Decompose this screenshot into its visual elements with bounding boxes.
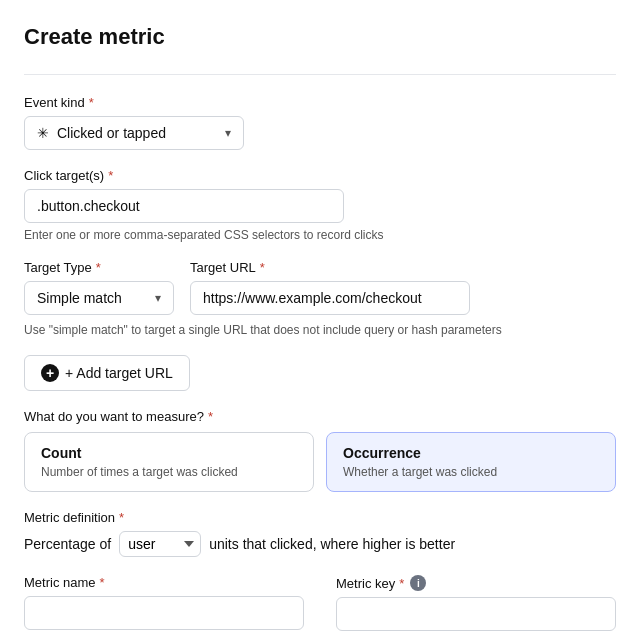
event-kind-label: Event kind *	[24, 95, 616, 110]
click-targets-section: Click target(s) * Enter one or more comm…	[24, 168, 616, 242]
metric-def-unit-select[interactable]: user session page	[119, 531, 201, 557]
target-type-col: Target Type * Simple match ▾	[24, 260, 174, 315]
metric-name-input[interactable]	[24, 596, 304, 630]
chevron-down-icon-2: ▾	[155, 291, 161, 305]
chevron-down-icon: ▾	[225, 126, 231, 140]
metric-name-field: Metric name *	[24, 575, 304, 631]
event-kind-value: Clicked or tapped	[57, 125, 166, 141]
measure-section: What do you want to measure? * Count Num…	[24, 409, 616, 492]
required-marker-8: *	[399, 576, 404, 591]
metric-def-prefix: Percentage of	[24, 536, 111, 552]
count-title: Count	[41, 445, 297, 461]
event-kind-section: Event kind * ✳ Clicked or tapped ▾	[24, 95, 616, 150]
click-targets-helper: Enter one or more comma-separated CSS se…	[24, 228, 616, 242]
metric-key-field: Metric key * i	[336, 575, 616, 631]
info-icon[interactable]: i	[410, 575, 426, 591]
click-icon: ✳	[37, 125, 49, 141]
add-target-url-button[interactable]: + + Add target URL	[24, 355, 190, 391]
occurrence-title: Occurrence	[343, 445, 599, 461]
add-url-section: + + Add target URL	[24, 355, 616, 391]
count-desc: Number of times a target was clicked	[41, 465, 297, 479]
click-targets-label: Click target(s) *	[24, 168, 616, 183]
target-type-dropdown[interactable]: Simple match ▾	[24, 281, 174, 315]
plus-circle-icon: +	[41, 364, 59, 382]
metric-key-input[interactable]	[336, 597, 616, 631]
measure-card-occurrence[interactable]: Occurrence Whether a target was clicked	[326, 432, 616, 492]
click-targets-input[interactable]	[24, 189, 344, 223]
metric-definition-section: Metric definition * Percentage of user s…	[24, 510, 616, 557]
required-marker: *	[89, 95, 94, 110]
metric-def-suffix: units that clicked, where higher is bett…	[209, 536, 455, 552]
occurrence-desc: Whether a target was clicked	[343, 465, 599, 479]
target-row: Target Type * Simple match ▾ Target URL …	[24, 260, 616, 337]
target-url-input[interactable]	[190, 281, 470, 315]
measure-label: What do you want to measure? *	[24, 409, 616, 424]
required-marker-7: *	[100, 575, 105, 590]
required-marker-4: *	[260, 260, 265, 275]
measure-options: Count Number of times a target was click…	[24, 432, 616, 492]
metric-def-label: Metric definition *	[24, 510, 616, 525]
required-marker-6: *	[119, 510, 124, 525]
target-url-col: Target URL *	[190, 260, 470, 315]
metric-def-row: Percentage of user session page units th…	[24, 531, 616, 557]
target-url-label: Target URL *	[190, 260, 470, 275]
divider	[24, 74, 616, 75]
target-type-label: Target Type *	[24, 260, 174, 275]
required-marker-5: *	[208, 409, 213, 424]
metric-name-label: Metric name *	[24, 575, 304, 590]
required-marker-2: *	[108, 168, 113, 183]
metric-key-label: Metric key * i	[336, 575, 616, 591]
required-marker-3: *	[96, 260, 101, 275]
measure-card-count[interactable]: Count Number of times a target was click…	[24, 432, 314, 492]
add-target-url-label: + Add target URL	[65, 365, 173, 381]
page-title: Create metric	[24, 24, 616, 50]
target-url-helper: Use "simple match" to target a single UR…	[24, 323, 504, 337]
event-kind-dropdown[interactable]: ✳ Clicked or tapped ▾	[24, 116, 244, 150]
target-type-value: Simple match	[37, 290, 122, 306]
bottom-fields: Metric name * Metric key * i	[24, 575, 616, 631]
